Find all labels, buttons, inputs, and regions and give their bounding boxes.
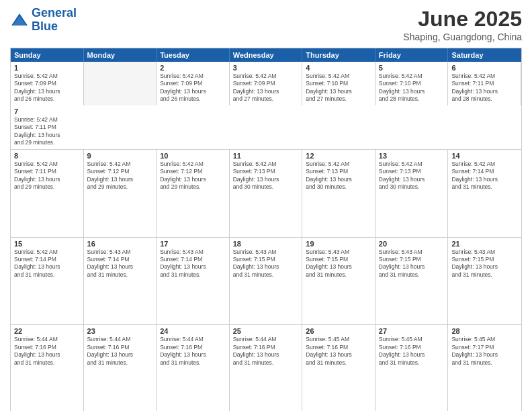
calendar-cell: 8Sunrise: 5:42 AMSunset: 7:11 PMDaylight…: [11, 150, 84, 237]
calendar-cell: 28Sunrise: 5:45 AMSunset: 7:17 PMDayligh…: [448, 325, 521, 411]
day-number: 15: [14, 240, 80, 248]
calendar-cell: 16Sunrise: 5:43 AMSunset: 7:14 PMDayligh…: [84, 238, 157, 325]
day-number: 2: [160, 64, 226, 72]
calendar-cell: 11Sunrise: 5:42 AMSunset: 7:13 PMDayligh…: [230, 150, 303, 237]
logo: General Blue: [10, 7, 77, 34]
calendar-cell: 15Sunrise: 5:42 AMSunset: 7:14 PMDayligh…: [11, 238, 84, 325]
day-number: 20: [379, 240, 445, 248]
cell-info: Sunrise: 5:42 AMSunset: 7:12 PMDaylight:…: [160, 161, 206, 190]
calendar-cell: 22Sunrise: 5:44 AMSunset: 7:16 PMDayligh…: [11, 325, 84, 411]
calendar-cell: 13Sunrise: 5:42 AMSunset: 7:13 PMDayligh…: [375, 150, 449, 237]
calendar-row: 8Sunrise: 5:42 AMSunset: 7:11 PMDaylight…: [11, 150, 521, 238]
day-number: 18: [233, 240, 299, 248]
day-number: 27: [379, 327, 445, 335]
cell-info: Sunrise: 5:42 AMSunset: 7:14 PMDaylight:…: [451, 161, 498, 190]
day-number: 22: [14, 327, 80, 335]
day-number: 16: [87, 240, 153, 248]
calendar-cell: 9Sunrise: 5:42 AMSunset: 7:12 PMDaylight…: [84, 150, 157, 237]
weekday-header: Wednesday: [230, 48, 303, 62]
day-number: 9: [87, 152, 153, 160]
calendar-cell: 17Sunrise: 5:43 AMSunset: 7:14 PMDayligh…: [157, 238, 230, 325]
cell-info: Sunrise: 5:42 AMSunset: 7:11 PMDaylight:…: [14, 161, 60, 190]
calendar-cell: 6Sunrise: 5:42 AMSunset: 7:11 PMDaylight…: [448, 62, 521, 105]
cell-info: Sunrise: 5:44 AMSunset: 7:16 PMDaylight:…: [160, 336, 206, 365]
calendar-cell: 2Sunrise: 5:42 AMSunset: 7:09 PMDaylight…: [157, 62, 230, 105]
month-title: June 2025: [403, 7, 522, 32]
cell-info: Sunrise: 5:44 AMSunset: 7:16 PMDaylight:…: [14, 336, 60, 365]
day-number: 3: [233, 64, 299, 72]
day-number: 6: [451, 64, 517, 72]
weekday-header: Tuesday: [157, 48, 230, 62]
cell-info: Sunrise: 5:42 AMSunset: 7:11 PMDaylight:…: [14, 116, 60, 146]
cell-info: Sunrise: 5:42 AMSunset: 7:12 PMDaylight:…: [87, 161, 134, 190]
cell-info: Sunrise: 5:44 AMSunset: 7:16 PMDaylight:…: [233, 336, 279, 365]
cell-info: Sunrise: 5:43 AMSunset: 7:14 PMDaylight:…: [87, 248, 134, 278]
day-number: 1: [14, 64, 80, 72]
calendar-row: 22Sunrise: 5:44 AMSunset: 7:16 PMDayligh…: [11, 325, 521, 411]
day-number: 25: [233, 327, 299, 335]
calendar-cell: 23Sunrise: 5:44 AMSunset: 7:16 PMDayligh…: [84, 325, 157, 411]
calendar-cell: 7Sunrise: 5:42 AMSunset: 7:11 PMDaylight…: [11, 105, 84, 149]
cell-info: Sunrise: 5:42 AMSunset: 7:09 PMDaylight:…: [14, 73, 60, 102]
calendar-cell: 26Sunrise: 5:45 AMSunset: 7:16 PMDayligh…: [302, 325, 375, 411]
calendar-cell: 4Sunrise: 5:42 AMSunset: 7:10 PMDaylight…: [302, 62, 375, 105]
cell-info: Sunrise: 5:45 AMSunset: 7:17 PMDaylight:…: [451, 336, 498, 365]
day-number: 4: [306, 64, 371, 72]
day-number: 28: [451, 327, 518, 335]
cell-info: Sunrise: 5:43 AMSunset: 7:15 PMDaylight:…: [306, 248, 352, 278]
calendar-cell: 24Sunrise: 5:44 AMSunset: 7:16 PMDayligh…: [157, 325, 230, 411]
cell-info: Sunrise: 5:43 AMSunset: 7:15 PMDaylight:…: [233, 248, 279, 278]
logo-icon: [10, 11, 29, 30]
cell-info: Sunrise: 5:42 AMSunset: 7:10 PMDaylight:…: [306, 73, 352, 102]
day-number: 24: [160, 327, 226, 335]
calendar-cell: 27Sunrise: 5:45 AMSunset: 7:16 PMDayligh…: [375, 325, 449, 411]
day-number: 10: [160, 152, 226, 160]
day-number: 21: [451, 240, 518, 248]
cell-info: Sunrise: 5:45 AMSunset: 7:16 PMDaylight:…: [379, 336, 425, 365]
calendar-cell: 19Sunrise: 5:43 AMSunset: 7:15 PMDayligh…: [302, 238, 375, 325]
weekday-header: Friday: [375, 48, 449, 62]
cell-info: Sunrise: 5:42 AMSunset: 7:10 PMDaylight:…: [379, 73, 425, 102]
weekday-header: Monday: [84, 48, 157, 62]
calendar-cell: 3Sunrise: 5:42 AMSunset: 7:09 PMDaylight…: [230, 62, 303, 105]
day-number: 14: [451, 152, 518, 160]
cell-info: Sunrise: 5:42 AMSunset: 7:14 PMDaylight:…: [14, 248, 60, 278]
day-number: 12: [306, 152, 371, 160]
calendar-body: 1Sunrise: 5:42 AMSunset: 7:09 PMDaylight…: [11, 62, 521, 411]
cell-info: Sunrise: 5:45 AMSunset: 7:16 PMDaylight:…: [306, 336, 352, 365]
day-number: 8: [14, 152, 80, 160]
calendar-cell: 12Sunrise: 5:42 AMSunset: 7:13 PMDayligh…: [302, 150, 375, 237]
cell-info: Sunrise: 5:43 AMSunset: 7:15 PMDaylight:…: [451, 248, 498, 278]
calendar-cell: [84, 62, 157, 105]
day-number: 7: [14, 107, 81, 116]
cell-info: Sunrise: 5:42 AMSunset: 7:13 PMDaylight:…: [379, 161, 425, 190]
calendar-cell: 1Sunrise: 5:42 AMSunset: 7:09 PMDaylight…: [11, 62, 84, 105]
day-number: 13: [379, 152, 445, 160]
cell-info: Sunrise: 5:42 AMSunset: 7:13 PMDaylight:…: [306, 161, 352, 190]
cell-info: Sunrise: 5:42 AMSunset: 7:09 PMDaylight:…: [233, 73, 279, 102]
weekday-header: Thursday: [302, 48, 375, 62]
calendar-row: 1Sunrise: 5:42 AMSunset: 7:09 PMDaylight…: [11, 62, 521, 150]
calendar-cell: 18Sunrise: 5:43 AMSunset: 7:15 PMDayligh…: [230, 238, 303, 325]
cell-info: Sunrise: 5:42 AMSunset: 7:09 PMDaylight:…: [160, 73, 206, 102]
weekday-header: Sunday: [11, 48, 84, 62]
calendar-cell: 5Sunrise: 5:42 AMSunset: 7:10 PMDaylight…: [375, 62, 449, 105]
cell-info: Sunrise: 5:42 AMSunset: 7:11 PMDaylight:…: [451, 73, 498, 102]
cell-info: Sunrise: 5:43 AMSunset: 7:15 PMDaylight:…: [379, 248, 425, 278]
calendar-cell: 25Sunrise: 5:44 AMSunset: 7:16 PMDayligh…: [230, 325, 303, 411]
day-number: 11: [233, 152, 299, 160]
day-number: 23: [87, 327, 153, 335]
day-number: 17: [160, 240, 226, 248]
calendar-cell: 10Sunrise: 5:42 AMSunset: 7:12 PMDayligh…: [157, 150, 230, 237]
calendar-row: 15Sunrise: 5:42 AMSunset: 7:14 PMDayligh…: [11, 238, 521, 326]
cell-info: Sunrise: 5:44 AMSunset: 7:16 PMDaylight:…: [87, 336, 134, 365]
cell-info: Sunrise: 5:42 AMSunset: 7:13 PMDaylight:…: [233, 161, 279, 190]
day-number: 19: [306, 240, 371, 248]
header: General Blue June 2025 Shaping, Guangdon…: [10, 7, 522, 42]
calendar-cell: 20Sunrise: 5:43 AMSunset: 7:15 PMDayligh…: [375, 238, 449, 325]
calendar-cell: 14Sunrise: 5:42 AMSunset: 7:14 PMDayligh…: [448, 150, 521, 237]
page: General Blue June 2025 Shaping, Guangdon…: [0, 0, 532, 411]
cell-info: Sunrise: 5:43 AMSunset: 7:14 PMDaylight:…: [160, 248, 206, 278]
calendar-cell: 21Sunrise: 5:43 AMSunset: 7:15 PMDayligh…: [448, 238, 521, 325]
calendar-header: SundayMondayTuesdayWednesdayThursdayFrid…: [11, 48, 521, 62]
